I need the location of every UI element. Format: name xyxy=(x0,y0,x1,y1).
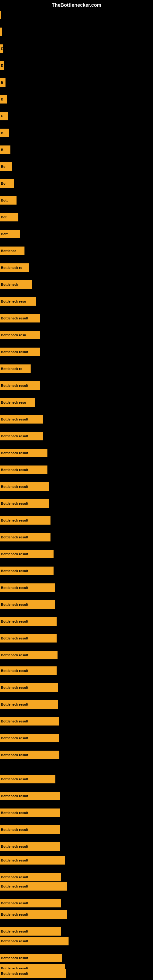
bar: E xyxy=(0,78,5,87)
bar-row: Bottleneck result xyxy=(0,634,57,643)
bar-row: Bottleneck result xyxy=(0,856,65,865)
bar-row: Bottleneck result xyxy=(0,873,61,881)
bar-label: Bottleneck result xyxy=(0,620,29,623)
bar-row: B xyxy=(0,95,7,103)
bar: Bottleneck result xyxy=(0,825,60,834)
bar-label: Bottleneck result xyxy=(0,451,29,455)
bar: Bottleneck result xyxy=(0,683,58,692)
bar-label: E xyxy=(0,47,3,51)
bar: Bottleneck resu xyxy=(0,331,40,339)
bar: Bottleneck result xyxy=(0,533,51,541)
bar: Bott xyxy=(0,230,20,238)
bar-label: Bottleneck result xyxy=(0,653,29,657)
bar: Bottleneck result xyxy=(0,734,59,742)
bar-row: Bottleneck result xyxy=(0,825,60,834)
bar: E xyxy=(0,45,3,53)
bar-row: Bottleneck result xyxy=(0,775,56,783)
bar-label: Bottleneck resu xyxy=(0,299,27,303)
bar-row: Bottleneck result xyxy=(0,683,58,692)
bar: Bottleneck result xyxy=(0,717,59,725)
bar: Bo xyxy=(0,162,12,171)
bar: E xyxy=(0,61,4,70)
bar-label: Bottleneck re xyxy=(0,367,23,371)
bar-label: Bottleneck result xyxy=(0,669,29,673)
bar-label: Bo xyxy=(0,165,6,169)
bar-label: Bottleneck result xyxy=(0,468,29,472)
bar-row: Bottlenec xyxy=(0,247,24,255)
bar-label: Bottleneck result xyxy=(0,777,29,781)
bar: Bottleneck result xyxy=(0,667,57,675)
bar-row: Bottleneck re xyxy=(0,263,29,272)
bar-label: Bottleneck result xyxy=(0,636,29,640)
bar-label: Bott xyxy=(0,199,9,202)
bar-row: Bottleneck result xyxy=(0,314,40,323)
bar-label: Bottleneck result xyxy=(0,929,29,933)
bar-label: Bottleneck result xyxy=(0,317,29,320)
bar: Bottleneck result xyxy=(0,466,48,474)
bar-label: Bottleneck result xyxy=(0,350,29,354)
bar: Bottleneck result xyxy=(0,969,66,978)
bar-row: Bottleneck result xyxy=(0,600,55,609)
bar-label: Bot xyxy=(0,215,7,219)
bar-label: Bottleneck result xyxy=(0,794,29,798)
bar: Bottleneck result xyxy=(0,449,48,457)
bar: Bottleneck result xyxy=(0,381,40,390)
bar-label: Bottleneck re xyxy=(0,266,23,269)
bar: Bottlenec xyxy=(0,247,24,255)
bar: Bottleneck result xyxy=(0,432,43,441)
bar-label: Bottleneck result xyxy=(0,939,29,943)
bar-label: Bottleneck result xyxy=(0,719,29,723)
bar-row: Bottleneck resu xyxy=(0,398,35,407)
bar-row: Bo xyxy=(0,162,12,171)
bar-label: E xyxy=(0,114,4,118)
bar-label: Bottleneck xyxy=(0,283,19,286)
bar: Bottleneck result xyxy=(0,600,55,609)
bar-label: Bott xyxy=(0,232,9,236)
bar-row: E xyxy=(0,78,5,87)
bar-label: Bottleneck result xyxy=(0,434,29,438)
bar-row: Bottleneck result xyxy=(0,566,54,575)
bar-row: Bottleneck result xyxy=(0,415,43,423)
bar: Bottleneck result xyxy=(0,775,56,783)
bar: Bottleneck result xyxy=(0,634,57,643)
bar-row: Bottleneck result xyxy=(0,882,67,891)
bar-label: Bottlenec xyxy=(0,249,17,253)
bar-row: Bottleneck result xyxy=(0,651,57,659)
bar-row: Bott xyxy=(0,230,20,238)
bar-row: Bottleneck result xyxy=(0,910,67,919)
bar-label: Bottleneck result xyxy=(0,485,29,488)
bar-label: Bottleneck result xyxy=(0,901,29,905)
bar: Bottleneck result xyxy=(0,584,55,592)
bar-label: Bottleneck result xyxy=(0,736,29,740)
bar xyxy=(0,11,1,19)
bar-row: Bottleneck result xyxy=(0,482,49,491)
bar: B xyxy=(0,145,10,154)
bar-row: Bottleneck result xyxy=(0,550,54,558)
bar-row: Bottleneck result xyxy=(0,954,62,962)
bar-label: Bottleneck result xyxy=(0,828,29,832)
bar-row: Bottleneck result xyxy=(0,667,57,675)
bar-row: E xyxy=(0,61,4,70)
bar: B xyxy=(0,95,7,103)
bar: Bottleneck result xyxy=(0,882,67,891)
bar-row: Bottleneck result xyxy=(0,381,40,390)
bar-row: Bottleneck result xyxy=(0,899,61,907)
bar-label: Bottleneck result xyxy=(0,972,29,975)
bar-label: Bottleneck result xyxy=(0,811,29,815)
bar-row: Bottleneck result xyxy=(0,937,69,945)
bar-label: Bottleneck result xyxy=(0,502,29,505)
bar: Bottleneck result xyxy=(0,792,60,800)
bar: Bottleneck result xyxy=(0,566,54,575)
bar-row: Bottleneck result xyxy=(0,717,59,725)
bar-row: Bottleneck result xyxy=(0,516,51,525)
bar-row: Bot xyxy=(0,213,18,221)
bar: Bottleneck result xyxy=(0,927,61,935)
bar-row: Bott xyxy=(0,196,16,205)
bar: Bottleneck result xyxy=(0,899,61,907)
bar-label: Bo xyxy=(0,181,6,185)
bar-label: Bottleneck result xyxy=(0,519,29,522)
bar-row: Bottleneck result xyxy=(0,792,60,800)
bar-label: Bottleneck result xyxy=(0,858,29,862)
bar-label: Bottleneck result xyxy=(0,569,29,573)
bar: Bo xyxy=(0,179,14,188)
